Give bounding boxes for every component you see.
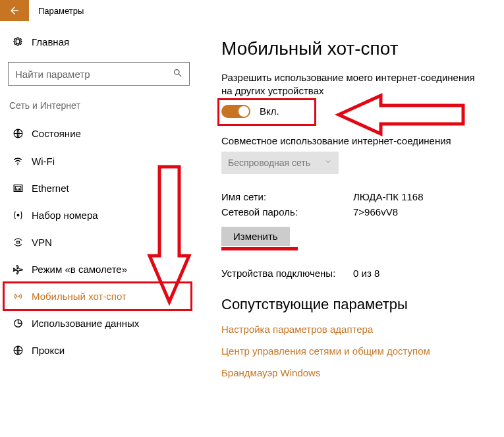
sidebar-item-label: VPN	[32, 237, 52, 248]
vpn-icon	[9, 237, 26, 248]
sidebar-item-airplane[interactable]: Режим «в самолете»	[7, 256, 191, 283]
globe-icon	[9, 128, 26, 139]
sidebar-item-label: Ethernet	[32, 183, 69, 194]
share-from-label: Совместное использование интернет-соедин…	[221, 135, 488, 146]
toggle-state-label: Вкл.	[260, 105, 279, 117]
share-toggle[interactable]	[221, 105, 250, 118]
sidebar-item-label: Мобильный хот-спот	[32, 291, 126, 302]
sidebar-item-dialup[interactable]: Набор номера	[7, 202, 191, 229]
ethernet-icon	[9, 183, 26, 194]
related-settings-title: Сопутствующие параметры	[221, 296, 488, 313]
sidebar-item-proxy[interactable]: Прокси	[7, 337, 191, 364]
arrow-left-icon	[9, 5, 20, 16]
sidebar-item-label: Использование данных	[32, 318, 139, 329]
hotspot-icon	[9, 291, 26, 302]
sidebar-item-label: Состояние	[32, 128, 81, 139]
page-title: Мобильный хот-спот	[221, 38, 488, 59]
svg-point-9	[17, 214, 19, 216]
proxy-icon	[9, 345, 26, 356]
wifi-icon	[9, 155, 26, 167]
sidebar-item-status[interactable]: Состояние	[7, 120, 191, 147]
svg-point-3	[17, 164, 18, 165]
annotation-underline	[221, 247, 298, 250]
network-name-value: ЛЮДА-ПК 1168	[353, 191, 424, 202]
sidebar-section-header: Сеть и Интернет	[7, 98, 191, 120]
airplane-icon	[9, 264, 26, 275]
share-from-dropdown: Беспроводная сеть	[221, 152, 339, 174]
chevron-down-icon	[324, 158, 332, 167]
datausage-icon	[9, 318, 26, 329]
network-name-label: Имя сети:	[221, 191, 353, 202]
sidebar-item-ethernet[interactable]: Ethernet	[7, 175, 191, 202]
sidebar-item-label: Прокси	[32, 345, 65, 356]
gear-icon	[9, 36, 26, 47]
window-title: Параметры	[38, 6, 84, 16]
back-button[interactable]	[0, 0, 29, 21]
svg-rect-10	[16, 241, 19, 243]
sidebar-item-datausage[interactable]: Использование данных	[7, 310, 191, 337]
sidebar-item-wifi[interactable]: Wi-Fi	[7, 147, 191, 175]
devices-connected-value: 0 из 8	[353, 268, 379, 279]
link-firewall[interactable]: Брандмауэр Windows	[221, 367, 488, 378]
sidebar-item-label: Режим «в самолете»	[32, 264, 127, 275]
sidebar-home-label: Главная	[32, 36, 69, 47]
sidebar-item-label: Набор номера	[32, 210, 98, 221]
svg-point-0	[175, 70, 180, 75]
sidebar-home[interactable]: Главная	[7, 30, 191, 53]
svg-line-1	[179, 74, 181, 76]
search-box[interactable]	[8, 62, 190, 86]
network-password-label: Сетевой пароль:	[221, 206, 353, 218]
edit-button[interactable]: Изменить	[221, 227, 290, 246]
share-description: Разрешить использование моего интернет-с…	[221, 71, 488, 98]
sidebar-item-label: Wi-Fi	[32, 156, 55, 167]
sidebar-item-hotspot[interactable]: Мобильный хот-спот	[7, 283, 191, 310]
svg-point-11	[17, 295, 18, 297]
dropdown-value: Беспроводная сеть	[228, 158, 310, 168]
dialup-icon	[9, 210, 26, 221]
link-network-center[interactable]: Центр управления сетями и общим доступом	[221, 345, 488, 357]
sidebar-item-vpn[interactable]: VPN	[7, 229, 191, 256]
search-input[interactable]	[15, 69, 173, 80]
toggle-knob	[238, 106, 249, 117]
link-adapter-settings[interactable]: Настройка параметров адаптера	[221, 324, 488, 335]
network-password-value: 7>966vV8	[353, 206, 398, 218]
search-icon	[173, 68, 182, 80]
devices-connected-label: Устройства подключены:	[221, 268, 353, 279]
